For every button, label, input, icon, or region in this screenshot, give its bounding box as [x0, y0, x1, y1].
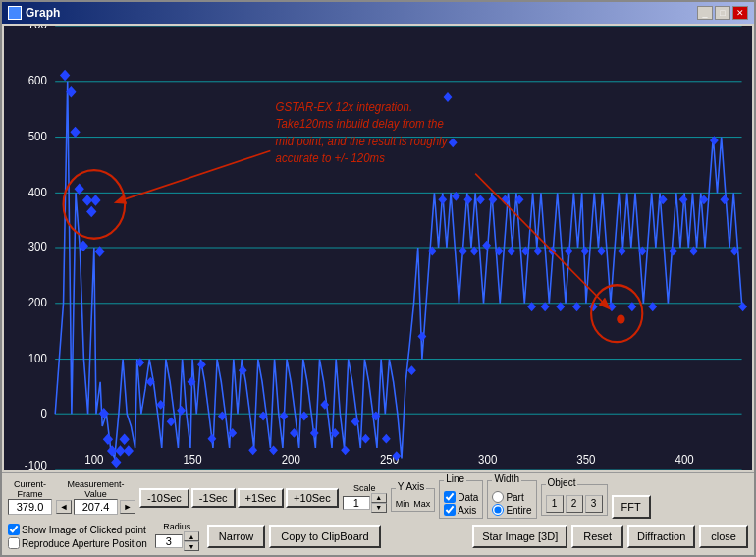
- yaxis-min-label: Min: [396, 499, 410, 509]
- svg-text:500: 500: [28, 129, 47, 143]
- scale-input[interactable]: [343, 496, 370, 510]
- svg-text:200: 200: [28, 296, 47, 310]
- part-radio-label: Part: [506, 492, 523, 503]
- title-bar: Graph _ □ ✕: [2, 2, 754, 24]
- width-label: Width: [492, 473, 521, 484]
- current-frame-label2: Frame: [17, 490, 42, 500]
- bottom-panel: Current- Frame 379.0 Measurement- Value …: [2, 472, 754, 555]
- plus1sec-button[interactable]: +1Sec: [238, 488, 285, 508]
- part-radio[interactable]: [492, 491, 504, 503]
- reproduce-checkbox-item[interactable]: Reproduce Aperture Position: [8, 537, 147, 549]
- svg-text:150: 150: [183, 453, 201, 468]
- main-window: Graph _ □ ✕ 700 600 500: [0, 0, 756, 557]
- window-icon: [8, 6, 22, 20]
- axis-checkbox-label: Axis: [458, 505, 476, 516]
- line-label: Line: [444, 473, 466, 484]
- minimize-button[interactable]: _: [697, 6, 713, 20]
- scale-up-button[interactable]: ▲: [371, 493, 387, 503]
- scale-label: Scale: [353, 483, 376, 493]
- copy-clipboard-button[interactable]: Copy to ClipBoard: [269, 525, 380, 548]
- svg-text:300: 300: [28, 240, 47, 254]
- svg-text:100: 100: [28, 351, 47, 365]
- graph-svg: 700 600 500 400 300 200 100 0 -100 100 1…: [4, 26, 752, 470]
- yaxis-max-label: Max: [413, 499, 430, 509]
- svg-text:-100: -100: [25, 458, 47, 470]
- title-bar-title: Graph: [8, 6, 60, 20]
- current-frame-value: 379.0: [8, 499, 52, 515]
- data-checkbox-item[interactable]: Data: [444, 491, 478, 503]
- line-checkboxes: Data Axis: [444, 491, 478, 516]
- graph-area[interactable]: 700 600 500 400 300 200 100 0 -100 100 1…: [4, 26, 752, 470]
- svg-text:350: 350: [576, 453, 595, 468]
- show-image-checkbox[interactable]: [8, 524, 20, 535]
- svg-text:400: 400: [28, 185, 47, 199]
- show-checkboxes: Show Image of Clicked point Reproduce Ap…: [8, 524, 147, 549]
- svg-text:600: 600: [28, 74, 47, 88]
- y-axis-label: Y Axis: [396, 481, 427, 492]
- line-group: Line Data Axis: [439, 480, 483, 519]
- svg-text:mid point, and the result is r: mid point, and the result is roughly: [276, 134, 449, 148]
- time-nav-buttons: -10Sec -1Sec +1Sec +10Sec: [139, 488, 339, 508]
- svg-text:100: 100: [84, 453, 103, 468]
- object-group: Object 1 2 3: [541, 484, 608, 516]
- svg-text:400: 400: [675, 453, 694, 468]
- svg-text:300: 300: [478, 453, 497, 468]
- radius-input[interactable]: [155, 534, 183, 548]
- nav-right-button[interactable]: ►: [120, 500, 135, 514]
- nav-left-button[interactable]: ◄: [56, 500, 72, 514]
- diffraction-button[interactable]: Diffraction: [627, 525, 695, 548]
- radius-up-button[interactable]: ▲: [184, 531, 199, 541]
- close-button[interactable]: close: [699, 525, 748, 548]
- minus10sec-button[interactable]: -10Sec: [139, 488, 189, 508]
- entire-radio-item[interactable]: Entire: [492, 504, 531, 516]
- svg-text:0: 0: [40, 406, 47, 420]
- data-checkbox[interactable]: [444, 491, 456, 503]
- minus1sec-button[interactable]: -1Sec: [191, 488, 236, 508]
- object-buttons: 1 2 3: [546, 495, 603, 513]
- svg-point-112: [617, 314, 624, 323]
- y-axis-group: Y Axis Min Max: [391, 488, 436, 512]
- object-label: Object: [546, 477, 578, 488]
- reproduce-checkbox[interactable]: [8, 537, 20, 549]
- close-window-button[interactable]: ✕: [732, 6, 748, 20]
- svg-text:700: 700: [28, 26, 47, 32]
- narrow-button[interactable]: Narrow: [207, 525, 265, 548]
- axis-checkbox-item[interactable]: Axis: [444, 504, 478, 516]
- window-title: Graph: [26, 6, 60, 20]
- scale-down-button[interactable]: ▼: [371, 503, 387, 513]
- show-image-label: Show Image of Clicked point: [22, 525, 146, 535]
- width-group: Width Part Entire: [487, 480, 536, 519]
- entire-radio-label: Entire: [506, 505, 531, 516]
- svg-text:Take120ms inbuild delay from t: Take120ms inbuild delay from the: [276, 117, 444, 132]
- title-bar-controls: _ □ ✕: [697, 6, 748, 20]
- obj2-button[interactable]: 2: [566, 495, 583, 513]
- measurement-value: 207.4: [74, 499, 118, 515]
- measurement-label2: Value: [84, 490, 106, 500]
- star-image-3d-button[interactable]: Star Image [3D]: [472, 525, 567, 548]
- reset-button[interactable]: Reset: [571, 525, 623, 548]
- data-checkbox-label: Data: [458, 492, 478, 503]
- show-image-checkbox-item[interactable]: Show Image of Clicked point: [8, 524, 147, 535]
- entire-radio[interactable]: [492, 504, 504, 516]
- reproduce-label: Reproduce Aperture Position: [22, 538, 147, 549]
- radius-down-button[interactable]: ▼: [184, 541, 199, 551]
- part-radio-item[interactable]: Part: [492, 491, 531, 503]
- axis-checkbox[interactable]: [444, 504, 456, 516]
- maximize-button[interactable]: □: [715, 6, 730, 20]
- svg-text:GSTAR-EX 12x integration.: GSTAR-EX 12x integration.: [276, 99, 412, 114]
- radius-group: Radius ▲ ▼: [155, 522, 199, 551]
- scale-group: Scale ▲ ▼: [343, 483, 387, 513]
- fft-button[interactable]: FFT: [612, 495, 651, 519]
- controls-row2: Show Image of Clicked point Reproduce Ap…: [8, 522, 748, 551]
- measurement-group: Measurement- Value ◄ 207.4 ►: [56, 480, 135, 516]
- obj3-button[interactable]: 3: [585, 495, 603, 513]
- width-radios: Part Entire: [492, 491, 531, 516]
- controls-row1: Current- Frame 379.0 Measurement- Value …: [8, 476, 748, 519]
- current-frame-group: Current- Frame 379.0: [8, 480, 52, 516]
- svg-text:accurate to +/- 120ms: accurate to +/- 120ms: [276, 151, 385, 166]
- obj1-button[interactable]: 1: [546, 495, 564, 513]
- plus10sec-button[interactable]: +10Sec: [286, 488, 339, 508]
- svg-text:200: 200: [282, 453, 300, 468]
- radius-label: Radius: [163, 522, 190, 531]
